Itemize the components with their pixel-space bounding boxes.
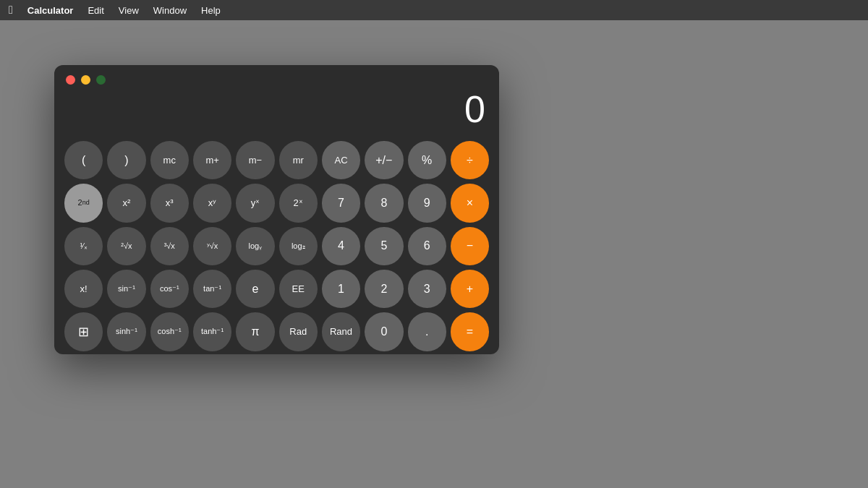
menu-view[interactable]: View [119,5,139,16]
btn-percent[interactable]: % [408,141,446,179]
btn-arctan[interactable]: tan⁻¹ [193,270,231,308]
btn-sqrt2[interactable]: ²√x [107,227,145,265]
btn-subtract[interactable]: − [451,227,489,265]
btn-m-minus[interactable]: m− [236,141,274,179]
btn-sqrt3[interactable]: ³√x [150,227,189,265]
btn-reciprocal[interactable]: ¹∕ₓ [64,227,103,265]
btn-8[interactable]: 8 [365,184,403,222]
apple-menu[interactable]:  [9,4,13,17]
btn-2[interactable]: 2 [365,270,403,308]
btn-close-paren[interactable]: ) [107,141,145,179]
btn-sqrty[interactable]: ʸ√x [193,227,231,265]
btn-2x[interactable]: 2ˣ [279,184,318,222]
button-grid: ( ) mc m+ m− mr AC +/− % ÷ 2nd x² x³ xʸ … [54,135,499,354]
btn-5[interactable]: 5 [365,227,403,265]
minimize-button[interactable] [81,75,90,85]
btn-pi[interactable]: π [236,312,274,351]
btn-equals[interactable]: = [451,312,489,351]
calculator-window: 0 ( ) mc m+ m− mr AC +/− % ÷ 2nd x² x³ x… [54,65,499,354]
close-button[interactable] [66,75,75,85]
btn-e[interactable]: e [236,270,274,308]
btn-x2[interactable]: x² [107,184,145,222]
btn-plus-minus[interactable]: +/− [365,141,403,179]
btn-convert[interactable]: ⊞ [64,312,103,351]
btn-open-paren[interactable]: ( [64,141,103,179]
btn-mc[interactable]: mc [150,141,189,179]
btn-x3[interactable]: x³ [150,184,189,222]
btn-mr[interactable]: mr [279,141,318,179]
btn-0[interactable]: 0 [365,312,403,351]
btn-arccosh[interactable]: cosh⁻¹ [150,312,189,351]
maximize-button[interactable] [96,75,106,85]
menu-calculator[interactable]: Calculator [27,5,74,16]
btn-ee[interactable]: EE [279,270,318,308]
btn-2nd[interactable]: 2nd [64,184,103,222]
btn-arctanh[interactable]: tanh⁻¹ [193,312,231,351]
btn-m-plus[interactable]: m+ [193,141,231,179]
btn-7[interactable]: 7 [322,184,360,222]
menubar:  Calculator Edit View Window Help [0,0,868,20]
calculator-display: 0 [54,90,499,135]
btn-yx[interactable]: yˣ [236,184,274,222]
btn-arccos[interactable]: cos⁻¹ [150,270,189,308]
btn-log2[interactable]: log₂ [279,227,318,265]
btn-arcsin[interactable]: sin⁻¹ [107,270,145,308]
btn-xy[interactable]: xʸ [193,184,231,222]
traffic-lights [54,65,499,90]
btn-logy[interactable]: logᵧ [236,227,274,265]
btn-multiply[interactable]: × [451,184,489,222]
btn-6[interactable]: 6 [408,227,446,265]
btn-decimal[interactable]: . [408,312,446,351]
btn-add[interactable]: + [451,270,489,308]
btn-arcsinh[interactable]: sinh⁻¹ [107,312,145,351]
btn-rand[interactable]: Rand [322,312,360,351]
btn-ac[interactable]: AC [322,141,360,179]
btn-4[interactable]: 4 [322,227,360,265]
btn-divide[interactable]: ÷ [451,141,489,179]
btn-1[interactable]: 1 [322,270,360,308]
btn-9[interactable]: 9 [408,184,446,222]
menu-help[interactable]: Help [201,5,221,16]
menu-edit[interactable]: Edit [88,5,103,16]
btn-3[interactable]: 3 [408,270,446,308]
btn-factorial[interactable]: x! [64,270,103,308]
menu-window[interactable]: Window [153,5,187,16]
btn-rad[interactable]: Rad [279,312,318,351]
